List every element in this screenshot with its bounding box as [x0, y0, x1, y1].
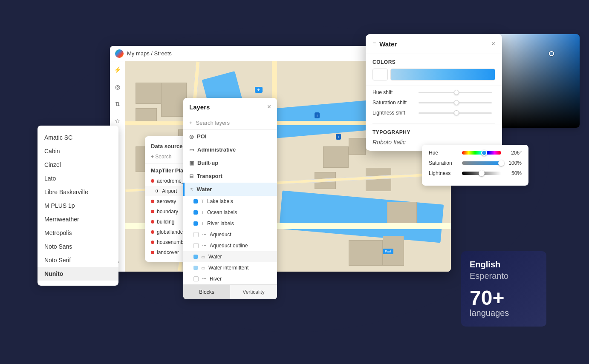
language-panel: English Esperanto 70+ languages — [461, 251, 546, 327]
plus-icon: + — [151, 154, 154, 160]
layer-item-river[interactable]: 〜 River — [183, 273, 277, 284]
layer-item-aqueduct[interactable]: 〜 Aqueduct — [183, 229, 277, 240]
layer-group-admin[interactable]: ▭ Administrative — [183, 143, 277, 156]
layers-icon[interactable]: ◎ — [113, 82, 123, 92]
tab-blocks[interactable]: Blocks — [183, 285, 230, 299]
ds-dot-landcover — [151, 251, 154, 254]
saturation-slider-track[interactable] — [462, 161, 501, 165]
layer-group-poi-label: POI — [197, 133, 206, 140]
river-checkbox[interactable] — [193, 276, 199, 281]
lightness-shift-label: Lightness shift — [372, 110, 415, 116]
font-item-libre[interactable]: Libre Baskerville — [38, 185, 118, 199]
layers-search[interactable]: + Search layers — [183, 116, 277, 130]
white-color-swatch[interactable] — [372, 69, 388, 80]
layer-item-ocean-labels[interactable]: T Ocean labels — [183, 207, 277, 218]
breadcrumb: My maps / Streets — [127, 50, 172, 57]
tab-verticality[interactable]: Verticality — [230, 285, 277, 299]
font-item-noto-serif[interactable]: Noto Serif — [38, 253, 118, 267]
water-panel-title: Water — [379, 40, 397, 48]
water-intermittent-color — [193, 266, 198, 270]
data-sources-title: Data sources — [151, 143, 186, 149]
star-icon[interactable]: ☆ — [113, 116, 123, 126]
saturation-shift-track[interactable] — [419, 102, 492, 103]
layer-item-river-labels[interactable]: T River labels — [183, 218, 277, 229]
map-marker-3: i — [336, 134, 341, 140]
color-swatch-row — [372, 69, 495, 80]
hue-slider-track[interactable] — [462, 151, 501, 155]
saturation-shift-thumb[interactable] — [454, 100, 459, 105]
layer-group-admin-label: Administrative — [197, 146, 236, 153]
lightness-shift-thumb[interactable] — [454, 110, 459, 115]
hue-value: 206° — [505, 150, 522, 156]
lake-labels-color — [193, 199, 198, 203]
aqueduct-outline-type: 〜 — [202, 243, 206, 249]
lightness-slider-thumb[interactable] — [479, 170, 485, 176]
font-panel: Amatic SC Cabin Cinzel Lato Libre Basker… — [38, 126, 118, 286]
layers-panel: Layers × + Search layers ◎ POI ▭ Adminis… — [183, 98, 277, 299]
lake-labels-type: T — [201, 199, 204, 204]
ocean-labels-color — [193, 210, 198, 215]
layer-group-builtup[interactable]: ▣ Built-up — [183, 156, 277, 169]
arrows-icon[interactable]: ⇅ — [113, 99, 123, 109]
layers-tabs: Blocks Verticality — [183, 284, 277, 299]
river-labels-label: River labels — [207, 221, 234, 226]
lightness-shift-track[interactable] — [419, 112, 492, 114]
lightness-value: 50% — [505, 170, 522, 176]
layer-group-builtup-label: Built-up — [197, 160, 218, 166]
app-logo — [115, 49, 124, 58]
aqueduct-checkbox[interactable] — [193, 232, 199, 237]
ds-dot-aerodrome — [151, 179, 154, 183]
lake-labels-label: Lake labels — [207, 198, 233, 204]
river-labels-type: T — [201, 221, 204, 226]
river-type: 〜 — [202, 276, 206, 282]
water-panel-title-row: ≡ Water — [372, 40, 397, 48]
ds-dot-boundary — [151, 210, 154, 213]
font-item-amatic[interactable]: Amatic SC — [38, 131, 118, 144]
water-label: Water — [208, 254, 222, 260]
layer-item-aqueduct-outline[interactable]: 〜 Aqueduct outline — [183, 240, 277, 251]
plus-add-icon[interactable]: + — [189, 120, 193, 126]
airport-icon: ✈ — [155, 188, 159, 194]
water-panel-close-button[interactable]: × — [491, 40, 495, 48]
layers-header: Layers × — [183, 98, 277, 116]
saturation-slider-thumb[interactable] — [498, 160, 504, 166]
lang-text: languages — [470, 308, 538, 318]
ds-dot-globallandcov — [151, 230, 154, 234]
layers-title: Layers — [189, 103, 210, 111]
lightness-label: Lightness — [429, 170, 459, 176]
color-picker-cursor — [549, 51, 554, 56]
layer-group-transport[interactable]: ⊟ Transport — [183, 169, 277, 183]
font-item-lato[interactable]: Lato — [38, 172, 118, 185]
hue-shift-track[interactable] — [419, 92, 492, 93]
font-item-merri[interactable]: Merriweather — [38, 212, 118, 226]
lightning-icon[interactable]: ⚡ — [113, 65, 123, 75]
blue-color-swatch[interactable] — [390, 69, 495, 80]
font-item-cabin[interactable]: Cabin — [38, 144, 118, 158]
layer-group-water[interactable]: ≈ Water — [183, 183, 277, 196]
layers-close-button[interactable]: × — [267, 103, 271, 111]
layers-list: ◎ POI ▭ Administrative ▣ Built-up ⊟ Tran… — [183, 130, 277, 284]
font-item-nunito[interactable]: Nunito — [38, 267, 118, 281]
slider-section: Hue shift Saturation shift Lightness shi… — [366, 86, 502, 123]
lightness-slider-track[interactable] — [462, 172, 501, 175]
lang-english: English — [470, 260, 538, 269]
aqueduct-type: 〜 — [202, 232, 206, 238]
layer-group-poi[interactable]: ◎ POI — [183, 130, 277, 143]
layers-search-placeholder: Search layers — [196, 120, 230, 126]
font-item-noto-sans[interactable]: Noto Sans — [38, 240, 118, 253]
font-item-cinzel[interactable]: Cinzel — [38, 158, 118, 172]
hue-shift-row: Hue shift — [372, 89, 495, 95]
transport-icon: ⊟ — [189, 173, 193, 179]
font-item-metro[interactable]: Metropolis — [38, 226, 118, 240]
admin-icon: ▭ — [189, 147, 194, 153]
layer-item-water[interactable]: ▭ Water — [183, 251, 277, 262]
hue-shift-thumb[interactable] — [454, 90, 459, 95]
lang-esperanto: Esperanto — [470, 271, 538, 281]
saturation-shift-row: Saturation shift — [372, 100, 495, 106]
aqueduct-outline-checkbox[interactable] — [193, 243, 199, 248]
layer-item-lake-labels[interactable]: T Lake labels — [183, 196, 277, 207]
font-item-mplus[interactable]: M PLUS 1p — [38, 199, 118, 212]
hue-slider-thumb[interactable] — [481, 150, 487, 156]
poi-icon: ◎ — [189, 134, 193, 140]
layer-item-water-intermittent[interactable]: ▭ Water intermittent — [183, 262, 277, 273]
